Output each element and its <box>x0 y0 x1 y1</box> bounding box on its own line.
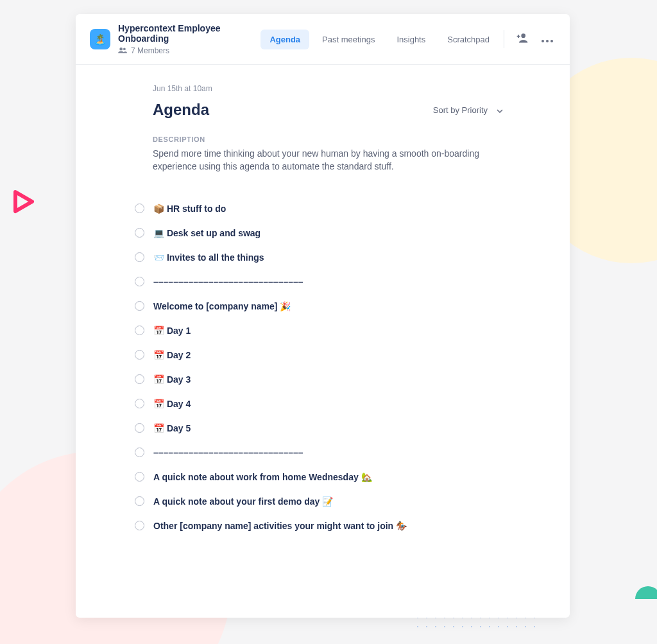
members-count: 7 Members <box>131 46 169 55</box>
list-item[interactable]: –––––––––––––––––––––––––––––– <box>135 440 506 465</box>
members-row[interactable]: 7 Members <box>118 46 260 55</box>
list-item[interactable]: 📅 Day 5 <box>135 416 506 440</box>
tab-agenda[interactable]: Agenda <box>260 30 309 49</box>
tab-insights[interactable]: Insights <box>388 30 434 49</box>
list-item[interactable]: 📅 Day 3 <box>135 367 506 392</box>
more-icon[interactable] <box>539 31 556 48</box>
item-label: 📅 Day 1 <box>153 326 191 336</box>
add-member-icon[interactable] <box>513 30 531 48</box>
list-item[interactable]: 📅 Day 2 <box>135 343 506 367</box>
item-checkbox[interactable] <box>135 423 144 433</box>
header-actions <box>504 30 556 48</box>
agenda-items: 📦 HR stuff to do 💻 Desk set up and swag … <box>135 196 506 538</box>
agenda-heading-row: Agenda Sort by Priority <box>153 101 506 119</box>
item-checkbox[interactable] <box>135 399 144 408</box>
item-label: –––––––––––––––––––––––––––––– <box>153 448 303 458</box>
list-item[interactable]: –––––––––––––––––––––––––––––– <box>135 270 506 294</box>
item-label: A quick note about your first demo day 📝 <box>153 496 333 507</box>
page-title: Hypercontext Employee Onboarding <box>118 23 260 44</box>
title-block: Hypercontext Employee Onboarding 7 Membe… <box>118 23 260 55</box>
card-body: Jun 15th at 10am Agenda Sort by Priority… <box>76 65 570 557</box>
item-checkbox[interactable] <box>135 521 144 530</box>
tab-past-meetings[interactable]: Past meetings <box>313 30 384 49</box>
item-label: 💻 Desk set up and swag <box>153 228 260 238</box>
item-label: Other [company name] activities your mig… <box>153 521 407 531</box>
list-item[interactable]: 📅 Day 1 <box>135 318 506 343</box>
card-header: 🏝️ Hypercontext Employee Onboarding 7 Me… <box>76 14 570 65</box>
item-checkbox[interactable] <box>135 301 144 311</box>
item-checkbox[interactable] <box>135 277 144 286</box>
sort-dropdown-label: Sort by Priority <box>433 105 488 115</box>
list-item[interactable]: 📨 Invites to all the things <box>135 245 506 270</box>
tab-scratchpad[interactable]: Scratchpad <box>438 30 499 49</box>
item-checkbox[interactable] <box>135 350 144 360</box>
item-checkbox[interactable] <box>135 472 144 482</box>
decor-play-triangle <box>12 189 36 216</box>
app-icon-emoji: 🏝️ <box>94 33 107 46</box>
app-icon: 🏝️ <box>90 29 110 49</box>
list-item[interactable]: Welcome to [company name] 🎉 <box>135 294 506 318</box>
item-label: 📦 HR stuff to do <box>153 204 226 214</box>
item-checkbox[interactable] <box>135 448 144 457</box>
members-icon <box>118 46 127 55</box>
description-text: Spend more time thinking about your new … <box>153 147 486 173</box>
item-checkbox[interactable] <box>135 326 144 335</box>
sort-dropdown[interactable]: Sort by Priority <box>433 105 506 115</box>
item-label: 📅 Day 5 <box>153 423 191 433</box>
item-label: Welcome to [company name] 🎉 <box>153 301 291 311</box>
item-label: 📅 Day 2 <box>153 350 191 360</box>
list-item[interactable]: 📦 HR stuff to do <box>135 196 506 221</box>
item-checkbox[interactable] <box>135 228 144 238</box>
description-label: DESCRIPTION <box>153 135 506 143</box>
svg-point-5 <box>550 40 553 42</box>
agenda-heading: Agenda <box>153 101 209 119</box>
svg-point-0 <box>119 48 123 51</box>
item-label: 📨 Invites to all the things <box>153 252 264 263</box>
svg-point-2 <box>521 33 525 38</box>
app-card: 🏝️ Hypercontext Employee Onboarding 7 Me… <box>76 14 570 618</box>
list-item[interactable]: 📅 Day 4 <box>135 392 506 416</box>
item-checkbox[interactable] <box>135 496 144 506</box>
svg-point-1 <box>123 48 126 50</box>
item-label: 📅 Day 4 <box>153 399 191 409</box>
item-checkbox[interactable] <box>135 252 144 262</box>
list-item[interactable]: A quick note about your first demo day 📝 <box>135 489 506 514</box>
item-label: A quick note about work from home Wednes… <box>153 472 372 482</box>
list-item[interactable]: 💻 Desk set up and swag <box>135 221 506 245</box>
meeting-datetime: Jun 15th at 10am <box>153 84 506 93</box>
chevron-down-icon <box>497 105 503 115</box>
item-checkbox[interactable] <box>135 374 144 384</box>
decor-green-semicircle <box>635 586 657 599</box>
svg-point-3 <box>542 40 544 42</box>
list-item[interactable]: A quick note about work from home Wednes… <box>135 465 506 489</box>
tabs: Agenda Past meetings Insights Scratchpad <box>260 30 499 49</box>
item-label: 📅 Day 3 <box>153 374 191 385</box>
list-item[interactable]: Other [company name] activities your mig… <box>135 514 506 538</box>
svg-point-4 <box>546 40 549 42</box>
item-label: –––––––––––––––––––––––––––––– <box>153 277 303 287</box>
item-checkbox[interactable] <box>135 204 144 213</box>
